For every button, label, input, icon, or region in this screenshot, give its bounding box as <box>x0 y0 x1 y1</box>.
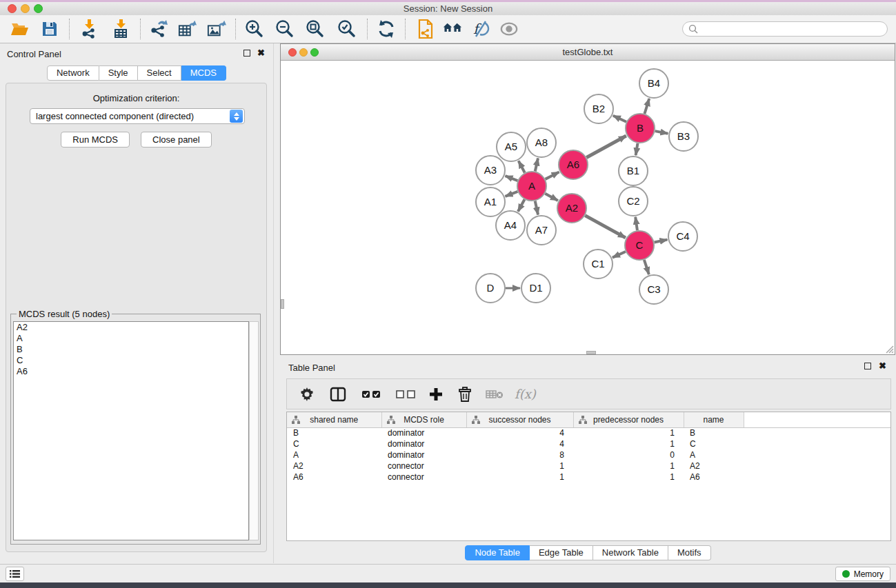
save-session-icon[interactable] <box>40 19 59 39</box>
table-cell[interactable]: A <box>684 449 744 460</box>
graph-edge-C-C3[interactable] <box>644 260 649 274</box>
table-cell[interactable]: 1 <box>573 472 684 483</box>
home-view-icon[interactable] <box>443 19 462 39</box>
result-item[interactable]: C <box>14 355 248 366</box>
table-cell[interactable]: 1 <box>573 460 684 472</box>
result-item[interactable]: A <box>14 333 248 344</box>
search-field[interactable] <box>682 21 888 37</box>
table-cell[interactable]: connector <box>381 472 466 483</box>
graph-edge-C-C2[interactable] <box>635 217 637 230</box>
task-history-button[interactable] <box>6 567 24 581</box>
settings-gear-icon[interactable] <box>299 384 315 405</box>
table-cell[interactable] <box>744 460 890 472</box>
open-session-icon[interactable] <box>10 19 29 39</box>
select-all-columns-icon[interactable] <box>361 384 381 405</box>
close-panel-button[interactable]: Close panel <box>141 132 212 148</box>
table-row[interactable]: A2connector11A2 <box>287 460 890 472</box>
tab-select[interactable]: Select <box>138 65 181 81</box>
column-shared-name[interactable]: shared name <box>287 412 381 427</box>
graph-edge-B-B4[interactable] <box>644 99 649 114</box>
tab-network[interactable]: Network <box>47 65 99 81</box>
close-panel-icon[interactable]: ✖ <box>257 48 265 58</box>
result-item[interactable]: B <box>14 344 248 355</box>
table-cell[interactable]: A2 <box>684 460 744 472</box>
table-cell[interactable]: C <box>287 438 381 449</box>
network-graph[interactable]: B4B2BB3A8A5A6A3B1AA1C2A2A4A7C4CC1DD1C3 <box>281 61 895 355</box>
table-cell[interactable]: 4 <box>466 438 573 449</box>
graph-edge-A2-C[interactable] <box>585 216 626 238</box>
table-cell[interactable]: A6 <box>684 472 744 483</box>
float-panel-icon[interactable] <box>243 50 250 57</box>
apply-layout-icon[interactable] <box>377 19 396 39</box>
network-window-titlebar[interactable]: testGlobe.txt <box>281 44 895 61</box>
table-cell[interactable]: 1 <box>573 427 684 438</box>
run-mcds-button[interactable]: Run MCDS <box>61 132 130 148</box>
delete-table-icon[interactable] <box>486 384 504 405</box>
graph-edge-A-A7[interactable] <box>535 201 538 214</box>
table-row[interactable]: Adominator80A <box>287 449 890 460</box>
export-table-icon[interactable] <box>178 19 197 39</box>
table-cell[interactable]: dominator <box>381 427 466 438</box>
graph-edge-B-B2[interactable] <box>613 116 626 122</box>
result-item[interactable]: A6 <box>14 366 248 377</box>
delete-column-icon[interactable] <box>458 384 472 405</box>
table-cell[interactable] <box>744 449 890 460</box>
deselect-all-columns-icon[interactable] <box>396 384 415 405</box>
show-column-panel-icon[interactable] <box>330 384 346 405</box>
table-cell[interactable]: 8 <box>466 449 573 460</box>
table-cell[interactable]: 0 <box>573 449 684 460</box>
show-hide-details-icon[interactable] <box>499 19 519 39</box>
graph-edge-A-A3[interactable] <box>505 176 517 181</box>
graph-edge-B-B1[interactable] <box>636 143 638 156</box>
column-name[interactable]: name <box>684 412 744 427</box>
result-scrollbar[interactable] <box>249 321 259 540</box>
table-cell[interactable]: 1 <box>466 460 573 472</box>
hide-graphics-details-icon[interactable]: f <box>470 19 490 39</box>
tab-network-table[interactable]: Network Table <box>593 545 668 560</box>
table-row[interactable]: A6connector11A6 <box>287 472 890 483</box>
table-cell[interactable]: 1 <box>573 438 684 449</box>
table-cell[interactable]: 1 <box>466 472 573 483</box>
network-canvas[interactable]: B4B2BB3A8A5A6A3B1AA1C2A2A4A7C4CC1DD1C3 <box>281 61 895 354</box>
resize-grip[interactable] <box>884 344 894 354</box>
export-network-icon[interactable] <box>149 19 168 39</box>
tab-edge-table[interactable]: Edge Table <box>530 545 593 560</box>
table-cell[interactable] <box>744 427 890 438</box>
float-panel-icon[interactable] <box>864 363 871 369</box>
zoom-in-icon[interactable] <box>244 19 263 39</box>
table-cell[interactable]: A <box>287 449 381 460</box>
table-cell[interactable]: A6 <box>287 472 381 483</box>
function-builder-icon[interactable]: f(x) <box>515 384 536 405</box>
graph-edge-A-A4[interactable] <box>518 199 525 211</box>
table-cell[interactable]: A2 <box>287 460 381 472</box>
graph-edge-B-B3[interactable] <box>655 131 668 134</box>
table-cell[interactable]: B <box>684 427 744 438</box>
network-from-document-icon[interactable] <box>416 19 435 39</box>
graph-edge-C-C1[interactable] <box>613 252 626 258</box>
graph-edge-A-A6[interactable] <box>546 172 559 179</box>
zoom-fit-icon[interactable] <box>305 19 324 39</box>
graph-edge-A-A5[interactable] <box>519 161 525 172</box>
zoom-out-icon[interactable] <box>275 19 294 39</box>
table-row[interactable]: Bdominator41B <box>287 427 890 438</box>
table-cell[interactable]: connector <box>381 460 466 472</box>
graph-edge-A6-B[interactable] <box>586 136 626 157</box>
table-cell[interactable]: dominator <box>381 449 466 460</box>
tab-mcds[interactable]: MCDS <box>181 65 226 81</box>
tab-style[interactable]: Style <box>99 65 138 81</box>
table-cell[interactable]: dominator <box>381 438 466 449</box>
table-cell[interactable]: B <box>287 427 381 438</box>
criterion-dropdown[interactable]: largest connected component (directed) <box>30 108 245 124</box>
column-predecessor-nodes[interactable]: predecessor nodes <box>573 412 684 427</box>
graph-edge-A-A8[interactable] <box>535 158 538 171</box>
import-table-icon[interactable] <box>111 19 130 39</box>
table-cell[interactable]: 4 <box>466 427 573 438</box>
zoom-selected-icon[interactable] <box>337 19 356 39</box>
import-network-icon[interactable] <box>79 19 99 39</box>
tab-node-table[interactable]: Node Table <box>465 545 530 560</box>
export-image-icon[interactable] <box>207 19 226 39</box>
graph-edge-A-A2[interactable] <box>545 194 558 201</box>
table-row[interactable]: Cdominator41C <box>287 438 890 449</box>
search-input[interactable] <box>701 24 882 34</box>
column-successor-nodes[interactable]: successor nodes <box>466 412 573 427</box>
